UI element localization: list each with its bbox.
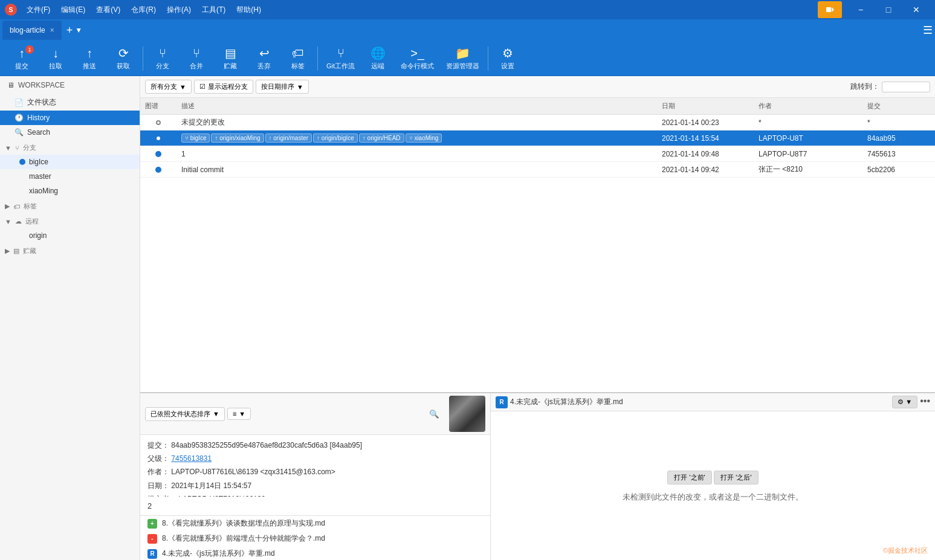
merge-button[interactable]: ⑂ 合并	[180, 44, 213, 73]
table-row[interactable]: 未提交的更改 2021-01-14 00:23 * *	[140, 115, 935, 130]
diff-content: 打开 '之前' 打开 '之后' 未检测到此文件的改变，或者这是一个二进制文件。	[491, 411, 935, 560]
discard-icon: ↩	[259, 46, 270, 60]
stash-button[interactable]: ▤ 贮藏	[213, 43, 247, 73]
merge-icon: ⑂	[193, 47, 200, 60]
hamburger-menu-icon[interactable]: ☰	[923, 24, 933, 37]
jump-to-input[interactable]	[882, 82, 930, 92]
fetch-button[interactable]: ⟳ 获取	[106, 43, 140, 73]
git-workflow-button[interactable]: ⑂ Git工作流	[320, 44, 361, 73]
branch-section-header[interactable]: ▼ ⑂ 分支	[0, 140, 140, 155]
push-icon: ↑	[86, 47, 92, 60]
explorer-button[interactable]: 📁 资源管理器	[440, 43, 485, 73]
menu-edit[interactable]: 编辑(E)	[56, 2, 90, 18]
diff-open-buttons: 打开 '之前' 打开 '之后'	[667, 471, 758, 484]
table-row[interactable]: Initial commit 2021-01-14 09:42 张正一 <821…	[140, 162, 935, 178]
parent-hash-line: 父级： 7455613831	[147, 453, 483, 465]
view-options-button[interactable]: ≡ ▼	[227, 408, 251, 420]
collapse-remote-icon: ▼	[5, 218, 11, 225]
diff-more-options-icon[interactable]: •••	[920, 396, 930, 408]
stash-section-icon: ▤	[13, 247, 19, 255]
all-branches-dropdown[interactable]: 所有分支 ▼	[145, 80, 192, 94]
date-value: 2021年1月14日 15:54:57	[171, 481, 251, 490]
open-before-button[interactable]: 打开 '之前'	[667, 471, 711, 484]
repo-tab[interactable]: blog-article ×	[2, 21, 62, 40]
sidebar-remote-origin[interactable]: origin	[0, 228, 140, 243]
push-button[interactable]: ↑ 推送	[73, 44, 106, 73]
stash-icon: ▤	[225, 46, 236, 60]
sidebar-item-search[interactable]: 🔍 Search	[0, 125, 140, 140]
new-tab-button[interactable]: +	[66, 24, 73, 37]
author-value: LAPTOP-U8T7616L\86139 <zqx31415@163.com>	[171, 468, 335, 476]
window-controls: − □ ✕	[847, 0, 930, 19]
tag-badges: ⑂ bigIce ↑ origin/xiaoMing ↑ origin/mast…	[181, 134, 442, 143]
diff-settings-button[interactable]: ⚙ ▼	[892, 396, 917, 408]
parent-hash-link[interactable]: 7455613831	[171, 454, 212, 463]
file-sort-dropdown[interactable]: 已依照文件状态排序 ▼	[145, 407, 225, 421]
sidebar-branch-bigice[interactable]: bigIce	[0, 155, 140, 169]
commit-hash-value: 84aab9538325255d95e4876aef8d230cafc5d6a3…	[171, 441, 362, 449]
menu-help[interactable]: 帮助(H)	[231, 2, 266, 18]
app-icon: S	[5, 4, 17, 16]
tag-section-header[interactable]: ▶ 🏷 标签	[0, 198, 140, 213]
desc-cell-2: 1	[176, 149, 657, 159]
dropdown-arrow-icon: ▼	[180, 83, 186, 91]
commit-desc-2: 1	[181, 150, 186, 158]
menu-view[interactable]: 查看(V)	[91, 2, 125, 18]
file-item-2[interactable]: R 4.未完成-《js玩算法系列》举重.md	[140, 546, 490, 560]
open-after-button[interactable]: 打开 '之后'	[714, 471, 758, 484]
sidebar-branch-xiaoming[interactable]: xiaoMing	[0, 184, 140, 198]
minimize-button[interactable]: −	[847, 0, 875, 19]
tab-label: blog-article	[10, 26, 45, 34]
settings-button[interactable]: ⚙ 设置	[491, 43, 525, 73]
file-name-0: 8.《看完就懂系列》谈谈数据埋点的原理与实现.md	[162, 518, 325, 529]
search-button[interactable]: 🔍	[427, 408, 442, 420]
remote-label: 远端	[371, 62, 384, 71]
tab-dropdown-icon[interactable]: ▼	[75, 26, 82, 34]
commit-button[interactable]: ↑ 提交 1	[5, 44, 39, 73]
close-button[interactable]: ✕	[902, 0, 930, 19]
discard-label: 丢弃	[257, 62, 271, 71]
terminal-button[interactable]: >_ 命令行模式	[395, 44, 440, 73]
menu-action[interactable]: 操作(A)	[162, 2, 196, 18]
collapse-tag-icon: ▶	[5, 202, 10, 210]
remote-section-header[interactable]: ▼ ☁ 远程	[0, 213, 140, 228]
settings-icon: ⚙	[502, 46, 513, 60]
menu-repo[interactable]: 仓库(R)	[126, 2, 161, 18]
sidebar-branch-master[interactable]: master	[0, 169, 140, 184]
sidebar-item-history[interactable]: 🕐 History	[0, 111, 140, 125]
maximize-button[interactable]: □	[875, 0, 902, 19]
menu-tools[interactable]: 工具(T)	[197, 2, 230, 18]
tag-button[interactable]: 🏷 标签	[281, 44, 315, 73]
file-list: + 8.《看完就懂系列》谈谈数据埋点的原理与实现.md - 8.《看完就懂系列》…	[140, 515, 490, 560]
date-prefix: 日期：	[147, 481, 169, 490]
tag-origin-xiaoming: ↑ origin/xiaoMing	[211, 134, 264, 143]
date-cell-0: 2021-01-14 00:23	[657, 117, 754, 128]
pull-button[interactable]: ↓ 拉取	[39, 44, 73, 73]
monitor-icon: 🖥	[7, 81, 15, 89]
menu-file[interactable]: 文件(F)	[22, 2, 55, 18]
graph-cell-0	[140, 119, 176, 126]
branch-icon: ⑂	[159, 47, 166, 60]
file-item-0[interactable]: + 8.《看完就懂系列》谈谈数据埋点的原理与实现.md	[140, 516, 490, 531]
fetch-label: 获取	[117, 62, 130, 71]
remote-icon: 🌐	[370, 46, 386, 60]
author-line: 作者： LAPTOP-U8T7616L\86139 <zqx31415@163.…	[147, 466, 483, 478]
table-row[interactable]: ⑂ bigIce ↑ origin/xiaoMing ↑ origin/mast…	[140, 130, 935, 146]
remote-button[interactable]: 🌐 远端	[361, 43, 395, 73]
branch-button[interactable]: ⑂ 分支	[146, 44, 180, 73]
file-item-1[interactable]: - 8.《看完就懂系列》前端埋点十分钟就能学会？.md	[140, 531, 490, 546]
uncommitted-label: 未提交的更改	[181, 117, 225, 127]
file-badge-mod: -	[147, 534, 157, 544]
sort-by-date-dropdown[interactable]: 按日期排序 ▼	[256, 80, 309, 94]
stash-section-header[interactable]: ▶ ▤ 贮藏	[0, 243, 140, 258]
author-cell-3: 张正一 <8210	[754, 163, 862, 176]
sidebar-item-file-status[interactable]: 📄 文件状态	[0, 94, 140, 111]
table-row[interactable]: 1 2021-01-14 09:48 LAPTOP-U8T7 7455613	[140, 146, 935, 162]
commit-detail-toolbar: 已依照文件状态排序 ▼ ≡ ▼ 🔍	[140, 393, 490, 435]
show-remote-checkbox[interactable]: ☑ 显示远程分支	[194, 80, 253, 94]
tab-close-icon[interactable]: ×	[50, 26, 54, 34]
record-button[interactable]	[818, 1, 842, 18]
search-sidebar-icon: 🔍	[15, 128, 24, 137]
tag-bigice: ⑂ bigIce	[181, 134, 210, 143]
discard-button[interactable]: ↩ 丢弃	[247, 43, 281, 73]
